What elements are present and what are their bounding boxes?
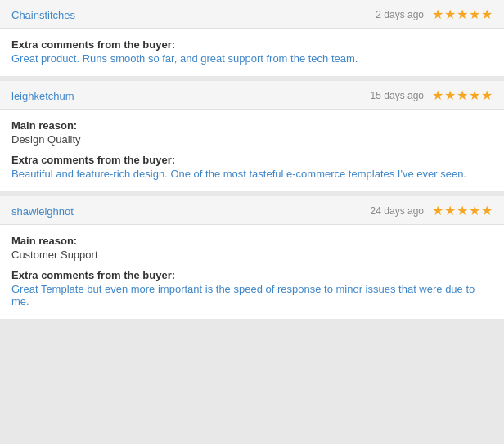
time-ago: 2 days ago bbox=[376, 9, 424, 20]
review-card: shawleighnot 24 days ago ★★★★★ Main reas… bbox=[0, 196, 504, 319]
review-header: Chainstitches 2 days ago ★★★★★ bbox=[0, 0, 504, 28]
review-card: Chainstitches 2 days ago ★★★★★ Extra com… bbox=[0, 0, 504, 76]
time-ago: 24 days ago bbox=[371, 205, 424, 217]
extra-comment-value: Great product. Runs smooth so far, and g… bbox=[11, 52, 493, 65]
extra-comment-value: Beautiful and feature-rich design. One o… bbox=[11, 168, 493, 180]
star-icon: ★ bbox=[432, 89, 443, 102]
time-ago: 15 days ago bbox=[371, 90, 424, 101]
review-body: Main reason: Design Quality Extra commen… bbox=[0, 109, 504, 191]
main-reason-label: Main reason: bbox=[11, 119, 493, 132]
header-right: 24 days ago ★★★★★ bbox=[371, 204, 493, 218]
header-right: 15 days ago ★★★★★ bbox=[371, 89, 493, 102]
star-icon: ★ bbox=[469, 8, 480, 21]
star-icon: ★ bbox=[432, 8, 443, 21]
main-reason-label: Main reason: bbox=[11, 235, 493, 247]
stars-container: ★★★★★ bbox=[432, 8, 493, 21]
extra-comment-label: Extra comments from the buyer: bbox=[11, 269, 493, 281]
review-body: Extra comments from the buyer: Great pro… bbox=[0, 28, 504, 76]
header-right: 2 days ago ★★★★★ bbox=[376, 8, 493, 21]
star-icon: ★ bbox=[469, 89, 480, 102]
star-icon: ★ bbox=[444, 204, 456, 218]
star-icon: ★ bbox=[432, 204, 443, 218]
review-body: Main reason: Customer Support Extra comm… bbox=[0, 224, 504, 319]
extra-comment-label: Extra comments from the buyer: bbox=[11, 38, 493, 51]
star-icon: ★ bbox=[481, 204, 493, 218]
reviewer-name[interactable]: leighketchum bbox=[11, 90, 74, 102]
extra-comment-value: Great Template but even more important i… bbox=[11, 283, 493, 307]
star-icon: ★ bbox=[457, 8, 468, 21]
star-icon: ★ bbox=[481, 8, 493, 21]
review-card: leighketchum 15 days ago ★★★★★ Main reas… bbox=[0, 81, 504, 191]
main-reason-value: Design Quality bbox=[11, 133, 493, 146]
stars-container: ★★★★★ bbox=[432, 204, 493, 218]
stars-container: ★★★★★ bbox=[432, 89, 493, 102]
review-header: shawleighnot 24 days ago ★★★★★ bbox=[0, 196, 504, 224]
star-icon: ★ bbox=[444, 89, 456, 102]
reviews-list: Chainstitches 2 days ago ★★★★★ Extra com… bbox=[0, 0, 504, 319]
star-icon: ★ bbox=[457, 204, 468, 218]
star-icon: ★ bbox=[444, 8, 456, 21]
review-header: leighketchum 15 days ago ★★★★★ bbox=[0, 81, 504, 109]
reviewer-name[interactable]: shawleighnot bbox=[11, 205, 74, 218]
extra-comment-label: Extra comments from the buyer: bbox=[11, 154, 493, 166]
star-icon: ★ bbox=[469, 204, 480, 218]
star-icon: ★ bbox=[481, 89, 493, 102]
star-icon: ★ bbox=[457, 89, 468, 102]
reviewer-name[interactable]: Chainstitches bbox=[11, 9, 75, 21]
main-reason-value: Customer Support bbox=[11, 249, 493, 261]
